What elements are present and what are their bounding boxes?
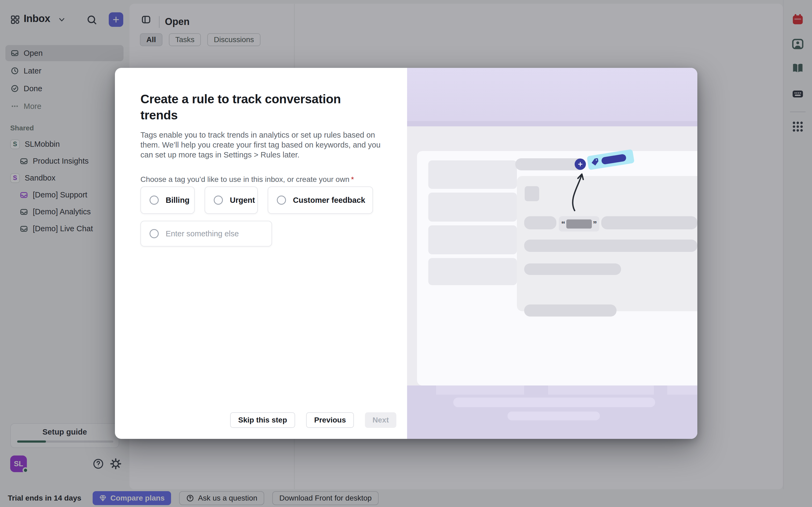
modal-description: Tags enable you to track trends in analy… [141,130,392,160]
illustration-top-band [407,68,697,126]
next-button[interactable]: Next [365,412,396,428]
tag-option-label: Urgent [230,196,255,205]
skeleton-pill [507,411,600,420]
tag-option-billing[interactable]: Billing [141,186,195,214]
skeleton-strip [436,386,524,395]
tag-icon [590,157,600,167]
tag-question-label: Choose a tag you’d like to use in this i… [141,175,354,184]
tag-text-bar [601,154,626,165]
skeleton-strip [548,386,654,395]
required-asterisk: * [351,175,354,183]
skeleton-block [428,160,517,189]
tag-option-customer-feedback[interactable]: Customer feedback [268,186,373,214]
skeleton-block [428,192,517,222]
skeleton-pill [524,216,556,229]
curved-arrow-icon [567,171,588,212]
keyword-bar [566,219,592,229]
close-quote: ” [593,220,597,228]
tag-question-text: Choose a tag you’d like to use in this i… [141,175,349,183]
tag-option-urgent[interactable]: Urgent [205,186,258,214]
illustration-bottom-band [407,386,697,439]
skeleton-pill [601,216,697,229]
radio-icon [150,229,159,238]
skeleton-block [428,258,517,285]
radio-icon [150,195,159,205]
add-tag-plus-badge [575,159,586,170]
tag-option-custom-input[interactable]: Enter something else [141,221,272,246]
custom-tag-placeholder: Enter something else [166,229,239,238]
skeleton-strip [667,386,697,395]
skeleton-pill [524,239,697,252]
onboarding-modal: Create a rule to track conversation tren… [115,68,697,439]
skeleton-block [428,225,517,254]
tag-option-label: Billing [166,196,190,205]
keyword-quote-box: “ ” [559,216,599,231]
modal-form-pane: Create a rule to track conversation tren… [115,68,407,439]
skeleton-pill [524,304,616,317]
modal-footer-buttons: Skip this step Previous Next [230,412,396,428]
tag-option-label: Customer feedback [293,196,365,205]
skip-step-button[interactable]: Skip this step [230,412,295,428]
previous-button[interactable]: Previous [306,412,354,428]
modal-title: Create a rule to track conversation tren… [141,91,366,123]
open-quote: “ [561,220,565,228]
radio-icon [214,195,223,205]
skeleton-pill [524,264,621,275]
modal-illustration: “ ” [407,68,697,439]
skeleton-pill [453,398,655,407]
skeleton-avatar [525,186,539,201]
radio-icon [277,195,286,205]
tag-options-row: Billing Urgent Customer feedback [141,186,373,214]
